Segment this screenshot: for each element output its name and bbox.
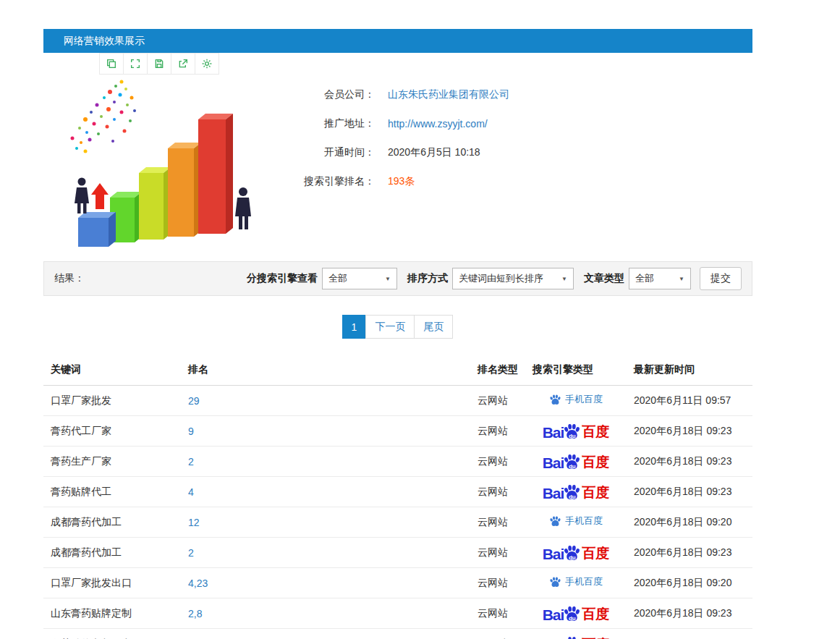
toolbar-save-button[interactable] [147, 53, 171, 75]
keyword-cell: 成都膏药代加工 [43, 538, 181, 568]
page-current[interactable]: 1 [342, 315, 367, 339]
table-row: 膏药贴牌定制厂家4,7云网站Baidu百度2020年6月18日 09:24 [43, 629, 752, 639]
updated-time-cell: 2020年6月18日 09:23 [627, 598, 752, 629]
updated-time-cell: 2020年6月18日 09:23 [627, 447, 752, 477]
marketing-chart-image [43, 76, 253, 251]
updated-time-cell: 2020年6月18日 09:20 [627, 507, 752, 538]
table-row: 膏药代工厂家9云网站Baidu百度2020年6月18日 09:23 [43, 416, 752, 447]
updated-time-cell: 2020年6月18日 09:20 [627, 568, 752, 598]
mobile-baidu-paw-icon [549, 515, 561, 528]
baidu-logo-cn: 百度 [582, 607, 609, 622]
rank-link[interactable]: 29 [181, 386, 470, 416]
table-row: 山东膏药贴牌定制2,8云网站Baidu百度2020年6月18日 09:23 [43, 598, 752, 629]
baidu-logo-bai: Bai [543, 455, 564, 470]
bar-chart-illustration [43, 76, 253, 251]
baidu-paw-icon: du [563, 605, 581, 625]
toolbar-gear-button[interactable] [195, 53, 219, 75]
toolbar-expand-button[interactable] [123, 53, 148, 75]
mobile-baidu-logo: 手机百度 [549, 515, 603, 528]
keyword-cell: 口罩厂家批发 [43, 386, 181, 416]
rank-link[interactable]: 4,7 [181, 629, 470, 639]
promo-url-label: 推广地址： [266, 117, 375, 130]
baidu-logo-du: du [569, 554, 576, 561]
baidu-logo-du: du [569, 433, 576, 439]
article-type-value: 全部 [635, 272, 654, 285]
sort-filter-select[interactable]: 关键词由短到长排序 ▼ [452, 268, 574, 289]
page-header: 网络营销效果展示 [43, 29, 752, 53]
mobile-baidu-label: 手机百度 [565, 393, 603, 406]
engine-filter-value: 全部 [328, 272, 347, 285]
baidu-logo: Baidu百度 [543, 605, 610, 622]
table-row: 成都膏药代加工2云网站Baidu百度2020年6月18日 09:23 [43, 538, 752, 568]
baidu-logo: Baidu百度 [543, 423, 610, 440]
chevron-down-icon: ▼ [379, 276, 391, 282]
rank-type-cell: 云网站 [470, 538, 525, 568]
toolbar-qr-button[interactable] [99, 53, 124, 75]
keyword-cell: 山东膏药贴牌定制 [43, 598, 181, 629]
rank-link[interactable]: 9 [181, 416, 470, 447]
engine-filter-select[interactable]: 全部 ▼ [322, 268, 397, 289]
submit-button[interactable]: 提交 [700, 267, 742, 290]
baidu-paw-icon: du [563, 423, 581, 442]
rank-link[interactable]: 4 [181, 477, 470, 507]
mobile-baidu-label: 手机百度 [565, 575, 603, 588]
engine-cell: Baidu百度 [525, 538, 627, 568]
rank-link[interactable]: 2 [181, 538, 470, 568]
rank-type-cell: 云网站 [470, 416, 525, 447]
updated-time-cell: 2020年6月18日 09:23 [627, 477, 752, 507]
table-header-row: 关键词排名排名类型搜索引擎类型最新更新时间 [43, 355, 752, 386]
engine-cell: Baidu百度 [525, 447, 627, 477]
rank-link[interactable]: 4,23 [181, 568, 470, 598]
rank-type-cell: 云网站 [470, 447, 525, 477]
updated-time-cell: 2020年6月18日 09:23 [627, 538, 752, 568]
engine-cell: Baidu百度 [525, 629, 627, 639]
save-icon [153, 58, 165, 69]
promo-url-value[interactable]: http://www.zsyyjt.com/ [388, 118, 488, 130]
gear-icon [201, 58, 213, 69]
baidu-logo-du: du [569, 494, 576, 500]
ranking-table: 关键词排名排名类型搜索引擎类型最新更新时间 口罩厂家批发29云网站手机百度202… [43, 355, 752, 639]
last-page-button[interactable]: 尾页 [414, 315, 453, 339]
up-arrow-icon [91, 183, 109, 209]
engine-cell: 手机百度 [525, 386, 627, 416]
member-company-label: 会员公司： [266, 88, 375, 101]
baidu-logo-du: du [569, 615, 576, 622]
rank-link[interactable]: 2,8 [181, 598, 470, 629]
mobile-baidu-logo: 手机百度 [549, 393, 603, 406]
open-time-value: 2020年6月5日 10:18 [388, 146, 480, 159]
engine-cell: 手机百度 [525, 568, 627, 598]
keyword-cell: 口罩厂家批发出口 [43, 568, 181, 598]
column-header: 最新更新时间 [627, 355, 752, 386]
toolbar-share-button[interactable] [171, 53, 195, 75]
mobile-baidu-logo: 手机百度 [549, 575, 603, 588]
rank-link[interactable]: 12 [181, 507, 470, 538]
baidu-paw-icon: du [563, 544, 581, 564]
qr-icon [106, 58, 117, 69]
engine-cell: Baidu百度 [525, 598, 627, 629]
baidu-logo: Baidu百度 [543, 483, 610, 501]
column-header: 排名 [181, 355, 470, 386]
baidu-paw-icon: du [563, 483, 581, 503]
filter-bar: 结果： 分搜索引擎查看 全部 ▼ 排序方式 关键词由短到长排序 ▼ 文章类型 全… [43, 261, 752, 296]
mobile-baidu-label: 手机百度 [565, 515, 603, 528]
result-label: 结果： [54, 272, 85, 285]
baidu-logo: Baidu百度 [543, 544, 610, 562]
next-page-button[interactable]: 下一页 [365, 315, 415, 339]
baidu-logo-bai: Bai [543, 607, 564, 622]
article-type-select[interactable]: 全部 ▼ [629, 268, 691, 289]
engine-cell: 手机百度 [525, 507, 627, 538]
pagination: 1下一页尾页 [43, 315, 752, 339]
info-field-member-company: 会员公司：山东朱氏药业集团有限公司 [266, 80, 509, 109]
mobile-baidu-paw-icon [549, 576, 561, 588]
baidu-logo: Baidu百度 [543, 453, 610, 470]
member-company-value[interactable]: 山东朱氏药业集团有限公司 [388, 88, 509, 101]
sort-filter-label: 排序方式 [407, 272, 448, 285]
engine-filter-label: 分搜索引擎查看 [247, 272, 318, 285]
baidu-logo: Baidu百度 [543, 635, 610, 639]
share-icon [177, 58, 189, 69]
table-row: 口罩厂家批发29云网站手机百度2020年6月11日 09:57 [43, 386, 752, 416]
rank-type-cell: 云网站 [470, 568, 525, 598]
rank-type-cell: 云网站 [470, 477, 525, 507]
info-field-open-time: 开通时间：2020年6月5日 10:18 [266, 138, 509, 167]
rank-link[interactable]: 2 [181, 447, 470, 477]
